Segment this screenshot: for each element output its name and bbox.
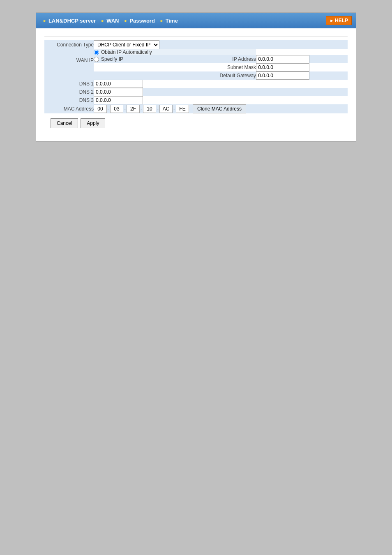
mac-field-2[interactable] — [127, 105, 140, 113]
dns3-row: DNS 3 — [44, 96, 348, 104]
mac-sep-3: - — [157, 106, 159, 112]
dns1-label: DNS 1 — [44, 80, 94, 88]
default-gateway-row: Default Gateway — [44, 71, 348, 80]
mac-field-3[interactable] — [143, 105, 156, 113]
help-button[interactable]: ► HELP — [326, 16, 352, 25]
default-gateway-cell — [256, 71, 348, 80]
nav-label-password: Password — [129, 18, 154, 24]
dns1-input[interactable] — [94, 80, 143, 88]
dns1-row: DNS 1 — [44, 80, 348, 88]
wan-ip-label: WAN IP — [44, 49, 94, 71]
ip-address-empty-cell — [256, 49, 348, 55]
default-gateway-input[interactable] — [256, 71, 309, 80]
dns3-label: DNS 3 — [44, 96, 94, 104]
mac-sep-1: - — [124, 106, 126, 112]
mac-field-5[interactable] — [176, 105, 189, 113]
help-label: HELP — [335, 18, 348, 23]
dns1-cell — [94, 80, 348, 88]
cancel-button[interactable]: Cancel — [51, 118, 78, 128]
connection-type-select[interactable]: DHCP Client or Fixed IP PPPoE Static IP — [94, 40, 159, 49]
specify-ip-text: Specify IP — [101, 56, 123, 62]
nav-item-lan-dhcp[interactable]: ► LAN&DHCP server — [40, 17, 98, 25]
apply-button[interactable]: Apply — [81, 118, 105, 128]
nav-label-time: Time — [166, 18, 178, 24]
wan-form: Connection Type DHCP Client or Fixed IP … — [44, 40, 348, 113]
specify-ip-radio[interactable] — [94, 57, 99, 62]
ip-address-label — [194, 49, 256, 55]
obtain-ip-text: Obtain IP Automatically — [101, 49, 152, 55]
dns3-input[interactable] — [94, 96, 143, 104]
specify-ip-radio-label[interactable]: Specify IP — [94, 56, 194, 62]
dns2-input[interactable] — [94, 88, 143, 96]
clone-mac-button[interactable]: Clone MAC Address — [193, 104, 246, 113]
mac-sep-0: - — [107, 106, 110, 112]
subnet-mask-cell — [256, 63, 348, 71]
connection-type-row: Connection Type DHCP Client or Fixed IP … — [44, 40, 348, 49]
connection-type-label: Connection Type — [44, 40, 94, 49]
dns2-label: DNS 2 — [44, 88, 94, 96]
content-area: Connection Type DHCP Client or Fixed IP … — [36, 28, 356, 141]
mac-field-0[interactable] — [94, 105, 107, 113]
mac-address-cell: - - - - - Clone MAC Address — [94, 104, 348, 113]
mac-sep-2: - — [140, 106, 143, 112]
button-row: Cancel Apply — [44, 113, 348, 133]
separator — [44, 37, 348, 37]
dns3-cell — [94, 96, 348, 104]
nav-arrow-password: ► — [124, 18, 128, 23]
obtain-ip-radio[interactable] — [94, 50, 99, 55]
obtain-ip-row: WAN IP Obtain IP Automatically — [44, 49, 348, 55]
mac-field-1[interactable] — [110, 105, 123, 113]
nav-label-wan: WAN — [106, 18, 119, 24]
obtain-ip-cell: Obtain IP Automatically — [94, 49, 194, 55]
mac-address-row: MAC Address - - - - - Clone MA — [44, 104, 348, 113]
dns2-cell — [94, 88, 348, 96]
mac-sep-4: - — [173, 106, 175, 112]
default-gateway-label: Default Gateway — [194, 71, 256, 80]
connection-type-cell: DHCP Client or Fixed IP PPPoE Static IP — [94, 40, 348, 49]
nav-arrow-wan: ► — [101, 18, 105, 23]
nav-item-time[interactable]: ► Time — [157, 17, 180, 25]
dns2-row: DNS 2 — [44, 88, 348, 96]
help-icon: ► — [330, 18, 334, 23]
nav-label-lan-dhcp: LAN&DHCP server — [48, 18, 96, 24]
nav-item-wan[interactable]: ► WAN — [98, 17, 121, 25]
nav-bar: ► LAN&DHCP server ► WAN ► Password ► Tim… — [36, 13, 356, 28]
ip-address-input[interactable] — [256, 55, 309, 63]
mac-field-4[interactable] — [159, 105, 173, 113]
mac-address-label: MAC Address — [44, 104, 94, 113]
specify-ip-cell: Specify IP — [94, 55, 194, 63]
nav-arrow-lan: ► — [43, 18, 47, 23]
ip-address-field-cell — [256, 55, 348, 63]
obtain-ip-radio-label[interactable]: Obtain IP Automatically — [94, 49, 194, 55]
nav-arrow-time: ► — [160, 18, 164, 23]
nav-item-password[interactable]: ► Password — [122, 17, 157, 25]
subnet-mask-input[interactable] — [256, 63, 309, 71]
subnet-mask-label: Subnet Mask — [194, 63, 256, 71]
ip-address-field-label: IP Address — [194, 55, 256, 63]
